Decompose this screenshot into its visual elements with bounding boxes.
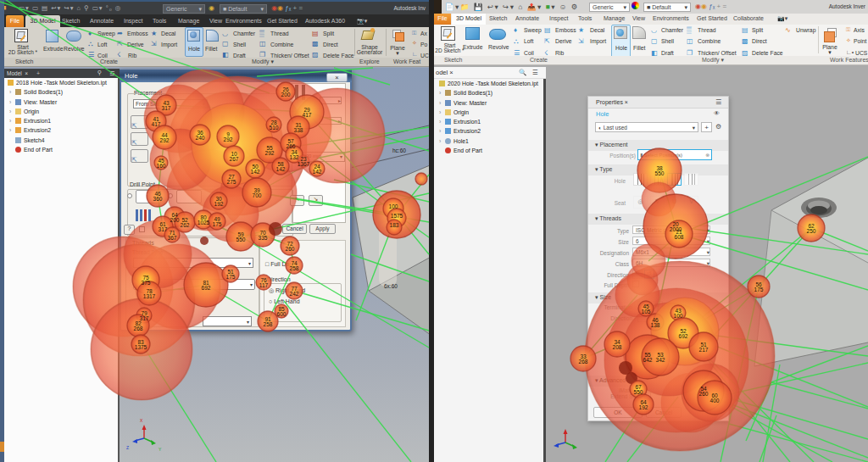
svg-text:268: 268	[134, 326, 143, 331]
svg-text:175: 175	[226, 274, 236, 280]
svg-text:1025: 1025	[198, 220, 210, 225]
svg-text:700: 700	[253, 192, 262, 198]
svg-text:242: 242	[290, 291, 299, 297]
svg-text:400: 400	[710, 398, 720, 404]
svg-text:142: 142	[251, 169, 260, 175]
svg-text:550: 550	[236, 237, 246, 242]
svg-text:138: 138	[651, 322, 660, 328]
svg-text:1375: 1375	[135, 344, 147, 350]
svg-text:267: 267	[230, 156, 239, 162]
svg-text:142: 142	[313, 169, 322, 175]
svg-text:1367: 1367	[298, 161, 310, 167]
svg-text:510: 510	[270, 125, 279, 131]
svg-text:200: 200	[281, 92, 291, 97]
svg-text:375: 375	[142, 280, 151, 286]
svg-text:240: 240	[196, 135, 205, 141]
svg-text:367: 367	[168, 235, 177, 241]
svg-text:183: 183	[390, 222, 399, 228]
svg-text:160: 160	[157, 163, 166, 169]
svg-text:275: 275	[227, 179, 236, 185]
svg-text:550: 550	[655, 170, 665, 176]
svg-text:360: 360	[153, 196, 163, 202]
svg-text:692: 692	[202, 285, 211, 291]
svg-text:1575: 1575	[391, 213, 403, 219]
svg-text:292: 292	[224, 136, 233, 142]
svg-text:175: 175	[754, 287, 764, 292]
svg-text:608: 608	[675, 234, 684, 240]
svg-text:417: 417	[152, 121, 161, 127]
svg-text:268: 268	[579, 359, 588, 365]
svg-text:317: 317	[162, 105, 171, 111]
svg-text:317: 317	[159, 226, 168, 232]
svg-text:262: 262	[181, 222, 190, 228]
svg-text:342: 342	[656, 357, 665, 363]
svg-text:550: 550	[634, 389, 643, 395]
svg-text:292: 292	[265, 150, 275, 156]
svg-text:100: 100	[674, 313, 683, 319]
svg-text:105: 105	[642, 309, 651, 314]
svg-text:417: 417	[303, 112, 312, 118]
svg-text:260: 260	[699, 391, 709, 397]
svg-text:117: 117	[259, 282, 269, 288]
svg-text:692: 692	[679, 333, 688, 339]
svg-text:142: 142	[276, 166, 286, 172]
svg-text:258: 258	[290, 265, 299, 271]
svg-text:260: 260	[286, 246, 295, 252]
svg-text:250: 250	[807, 228, 816, 234]
svg-text:208: 208	[613, 344, 622, 350]
svg-text:600: 600	[277, 311, 287, 317]
svg-text:175: 175	[213, 221, 222, 227]
svg-text:217: 217	[699, 347, 709, 353]
svg-text:642: 642	[643, 357, 653, 363]
svg-text:292: 292	[160, 137, 170, 143]
svg-text:192: 192	[639, 404, 648, 410]
svg-text:338: 338	[294, 127, 303, 133]
svg-text:200: 200	[170, 217, 180, 223]
svg-text:100: 100	[389, 203, 398, 209]
svg-text:132: 132	[290, 154, 299, 160]
svg-text:192: 192	[214, 201, 224, 207]
svg-text:335: 335	[259, 235, 268, 241]
svg-text:258: 258	[264, 321, 273, 327]
svg-text:1317: 1317	[143, 293, 156, 299]
